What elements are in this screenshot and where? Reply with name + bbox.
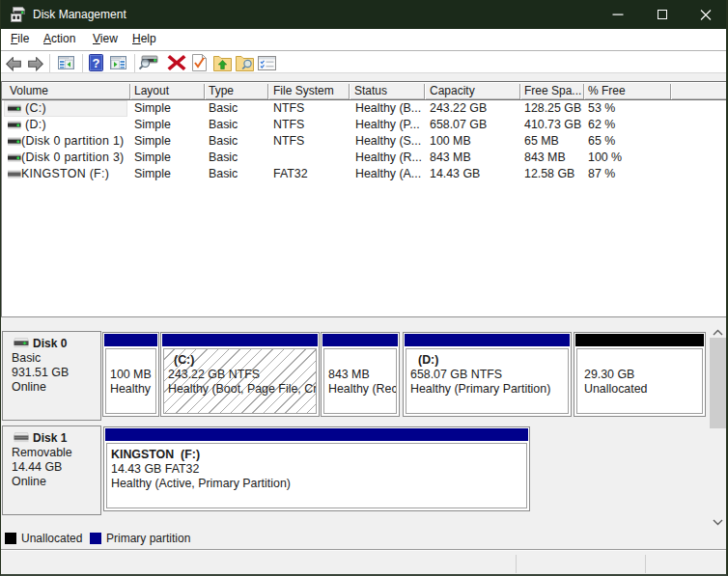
svg-text:?: ? — [93, 56, 100, 70]
